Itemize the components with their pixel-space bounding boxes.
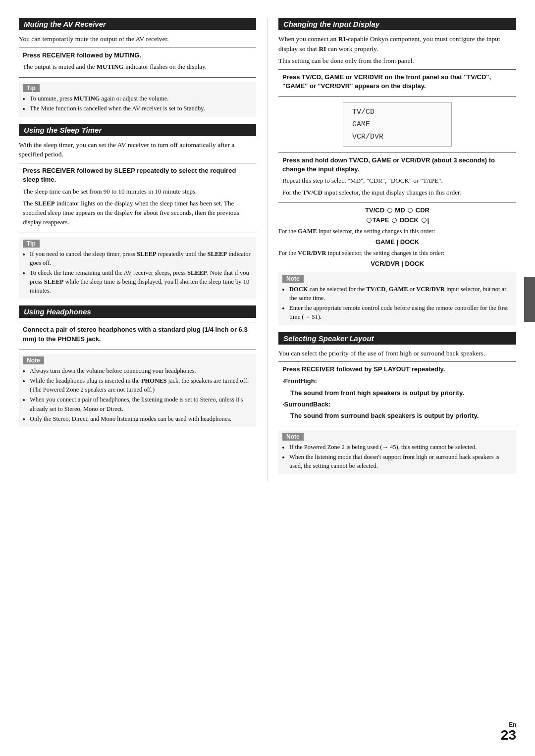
- input-display-intro2: This setting can be done only from the f…: [278, 56, 516, 66]
- input-display-header: Changing the Input Display: [278, 18, 516, 30]
- left-column: Muting the AV Receiver You can temporari…: [19, 18, 268, 481]
- sleep-section: Using the Sleep Timer With the sleep tim…: [19, 124, 256, 299]
- tip-item: To check the time remaining until the AV…: [30, 268, 252, 295]
- speaker-layout-intro: You can select the priority of the use o…: [278, 349, 516, 358]
- sleep-tip: Tip If you need to cancel the sleep time…: [19, 237, 256, 299]
- speaker-surroundback: ·SurroundBack: The sound from surround b…: [282, 400, 512, 420]
- headphones-note: Note Always turn down the volume before …: [19, 354, 256, 427]
- speaker-layout-instruction: Press RECEIVER followed by SP LAYOUT rep…: [282, 365, 512, 374]
- input-tvcd-order-intro: For the TV/CD input selector, the input …: [282, 188, 512, 197]
- sleep-instruction: Press RECEIVER followed by SLEEP repeate…: [23, 166, 252, 185]
- muting-sub: The output is muted and the MUTING indic…: [23, 62, 252, 72]
- tip-label-1: Tip: [23, 84, 40, 92]
- sidebar-tab: [524, 277, 535, 322]
- sleep-sub1: The sleep time can be set from 90 to 10 …: [23, 187, 252, 197]
- muting-section: Muting the AV Receiver You can temporari…: [19, 18, 256, 117]
- input-display-instruction2: Press and hold down TV/CD, GAME or VCR/D…: [282, 156, 512, 174]
- speaker-layout-section: Selecting Speaker Layout You can select …: [278, 332, 516, 474]
- speaker-layout-note: Note If the Powered Zone 2 is being used…: [278, 430, 516, 474]
- speaker-layout-header: Selecting Speaker Layout: [278, 332, 516, 345]
- order-game-intro: For the GAME input selector, the setting…: [278, 227, 516, 236]
- input-display-section: Changing the Input Display When you conn…: [278, 18, 516, 325]
- note-item: DOCK can be selected for the TV/CD, GAME…: [289, 285, 512, 302]
- input-display-instruction-box2: Press and hold down TV/CD, GAME or VCR/D…: [278, 152, 516, 203]
- right-column: Changing the Input Display When you conn…: [268, 18, 516, 481]
- muting-instruction: Press RECEIVER followed by MUTING.: [23, 51, 252, 60]
- note-label-input: Note: [282, 275, 304, 283]
- muting-instruction-box: Press RECEIVER followed by MUTING. The o…: [19, 48, 256, 78]
- sleep-tip-list: If you need to cancel the sleep timer, p…: [23, 250, 252, 296]
- muting-tip-list: To unmute, press MUTING again or adjust …: [23, 94, 252, 113]
- order-tvcd-line2: TAPE DOCK |: [278, 216, 516, 224]
- sleep-instruction-box: Press RECEIVER followed by SLEEP repeate…: [19, 163, 256, 233]
- input-repeat: Repeat this step to select "MD", "CDR", …: [282, 176, 512, 185]
- headphones-instruction-box: Connect a pair of stereo headphones with…: [19, 322, 256, 350]
- order-game: GAME | DOCK: [278, 238, 516, 246]
- note-item: When the listening mode that doesn't sup…: [289, 453, 512, 470]
- note-item: Always turn down the volume before conne…: [30, 366, 252, 375]
- note-item: When you connect a pair of headphones, t…: [30, 395, 252, 413]
- tip-item: The Mute function is cancelled when the …: [30, 104, 252, 113]
- input-display-instruction1: Press TV/CD, GAME or VCR/DVR on the fron…: [282, 73, 512, 91]
- muting-tip: Tip To unmute, press MUTING again or adj…: [19, 82, 256, 116]
- input-display-instruction-box1: Press TV/CD, GAME or VCR/DVR on the fron…: [278, 69, 516, 97]
- input-display-note-list: DOCK can be selected for the TV/CD, GAME…: [282, 285, 512, 322]
- tip-item: If you need to cancel the sleep timer, p…: [30, 250, 252, 267]
- speaker-fronthigh: ·FrontHigh: The sound from front high sp…: [282, 377, 512, 397]
- muting-header: Muting the AV Receiver: [19, 18, 256, 30]
- page-number-area: En 23: [501, 721, 516, 742]
- headphones-section: Using Headphones Connect a pair of stere…: [19, 305, 256, 426]
- headphones-header: Using Headphones: [19, 305, 256, 318]
- order-vcr-intro: For the VCR/DVR input selector, the sett…: [278, 249, 516, 257]
- tip-item: To unmute, press MUTING again or adjust …: [30, 94, 252, 103]
- input-display-box: TV/CD GAME VCR/DVR: [343, 102, 452, 147]
- note-item: Only the Stereo, Direct, and Mono listen…: [30, 414, 252, 423]
- note-item: If the Powered Zone 2 is being used (→ 4…: [289, 443, 512, 452]
- input-display-note: Note DOCK can be selected for the TV/CD,…: [278, 272, 516, 325]
- tip-label-2: Tip: [23, 240, 40, 248]
- speaker-layout-instruction-box: Press RECEIVER followed by SP LAYOUT rep…: [278, 361, 516, 426]
- sleep-header: Using the Sleep Timer: [19, 124, 256, 136]
- muting-intro: You can temporarily mute the output of t…: [19, 34, 256, 44]
- note-item: Enter the appropriate remote control cod…: [289, 303, 512, 321]
- note-label-speaker: Note: [282, 433, 304, 441]
- sleep-sub2: The SLEEP indicator lights on the displa…: [23, 199, 252, 227]
- display-item-game: GAME: [352, 120, 442, 129]
- headphones-note-list: Always turn down the volume before conne…: [23, 366, 252, 423]
- note-label-headphones: Note: [23, 356, 44, 364]
- display-item-tvcd: TV/CD: [352, 108, 442, 116]
- speaker-layout-note-list: If the Powered Zone 2 is being used (→ 4…: [282, 443, 512, 470]
- note-item: While the headphones plug is inserted in…: [30, 376, 252, 394]
- order-vcr: VCR/DVR | DOCK: [278, 260, 516, 267]
- sleep-intro: With the sleep timer, you can set the AV…: [19, 140, 256, 159]
- headphones-instruction: Connect a pair of stereo headphones with…: [23, 325, 252, 344]
- display-item-vcr: VCR/DVR: [352, 133, 442, 141]
- input-display-intro1: When you connect an RI-capable Onkyo com…: [278, 34, 516, 53]
- page-number: 23: [501, 728, 516, 742]
- order-tvcd-line1: TV/CD MD CDR: [278, 206, 516, 214]
